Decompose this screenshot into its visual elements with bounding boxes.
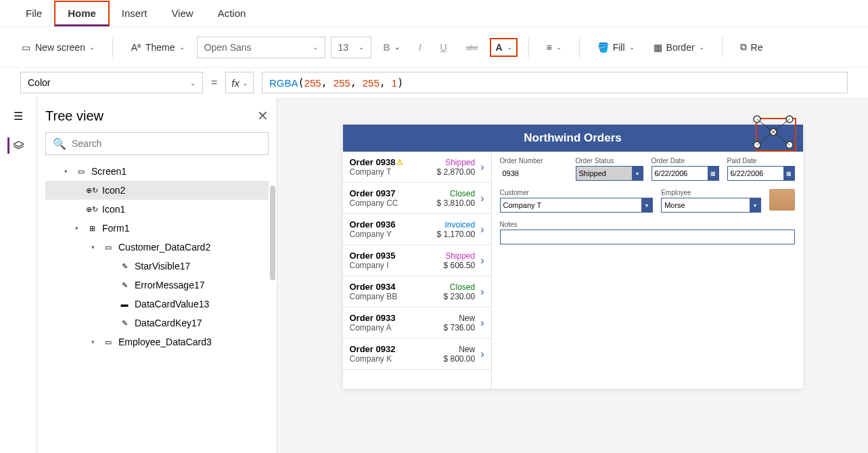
tree-node-errormessage17[interactable]: ✎ErrorMessage17 (45, 276, 269, 295)
status-select[interactable]: Shipped▾ (576, 166, 643, 181)
label-icon: ✎ (118, 261, 131, 271)
selection-handles[interactable] (756, 118, 796, 152)
new-screen-button[interactable]: ▭ New screen ⌄ (14, 38, 101, 57)
card-icon: ▭ (102, 337, 114, 347)
order-amount: $ 736.00 (443, 323, 475, 332)
input-icon: ▬ (118, 299, 131, 309)
calendar-icon: ▦ (708, 166, 718, 181)
tree-search[interactable]: 🔍 (45, 132, 269, 155)
fx-button[interactable]: fx⌄ (225, 72, 254, 93)
app-header: Northwind Orders (343, 125, 803, 152)
calendar-icon: ▦ (783, 166, 794, 181)
order-item[interactable]: Order 0935Company IShipped$ 606.50› (343, 245, 491, 276)
svg-line-6 (757, 119, 790, 145)
tree-node-icon2[interactable]: ⊕↻Icon2 (45, 181, 269, 200)
separator (112, 37, 113, 58)
menu-view[interactable]: View (159, 2, 205, 24)
order-amount: $ 3,810.00 (436, 198, 475, 208)
tree-node-icon1[interactable]: ⊕↻Icon1 (45, 200, 269, 219)
order-num: Order 0937 (350, 188, 437, 198)
bold-button[interactable]: B⌄ (377, 38, 407, 57)
chevron-down-icon: ▾ (641, 198, 652, 213)
font-size-value: 13 (338, 42, 349, 53)
svg-point-3 (786, 142, 793, 148)
border-icon: ▦ (654, 42, 662, 53)
property-select[interactable]: Color ⌄ (20, 72, 203, 93)
chevron-down-icon: ⌄ (190, 79, 196, 87)
search-input[interactable] (72, 138, 261, 149)
tree: ▾▭Screen1⊕↻Icon2⊕↻Icon1▾⊞Form1▾▭Customer… (45, 162, 269, 351)
order-company: Company BB (350, 292, 444, 301)
order-item[interactable]: Order 0932Company KNew$ 800.00› (343, 339, 491, 370)
reorder-button[interactable]: ⧉ Re (733, 37, 770, 57)
tree-view-panel: Tree view ✕ 🔍 ▾▭Screen1⊕↻Icon2⊕↻Icon1▾⊞F… (37, 98, 277, 453)
chevron-right-icon: › (480, 348, 484, 360)
order-list[interactable]: Order 0938⚠Company TShipped$ 2,870.00›Or… (343, 152, 492, 389)
order-num: Order 0935 (350, 251, 444, 261)
card-icon: ▭ (102, 242, 114, 252)
chevron-right-icon: › (480, 317, 484, 329)
order-company: Company CC (350, 198, 437, 208)
employee-select[interactable]: Morse▾ (661, 198, 760, 213)
order-amount: $ 606.50 (443, 261, 475, 270)
formula-input[interactable]: RGBA(255, 255, 255, 1) (262, 72, 848, 93)
canvas[interactable]: Northwind Orders Order 0938⚠Company TShi… (277, 98, 868, 453)
tree-title: Tree view (45, 108, 104, 124)
close-icon[interactable]: ✕ (257, 108, 269, 124)
chevron-down-icon: ▾ (750, 198, 760, 213)
fill-button[interactable]: 🪣 Fill ⌄ (591, 38, 641, 57)
tree-node-datacardvalue13[interactable]: ▬DataCardValue13 (45, 295, 269, 314)
tree-node-employee_datacard3[interactable]: ▾▭Employee_DataCard3 (45, 332, 269, 351)
order-detail: Order Number0938 Order StatusShipped▾ Or… (492, 152, 803, 389)
notes-input[interactable] (500, 230, 795, 244)
tree-node-starvisible17[interactable]: ✎StarVisible17 (45, 257, 269, 276)
hamburger-icon[interactable]: ☰ (10, 108, 26, 124)
order-status: Shipped (436, 158, 475, 167)
menu-action[interactable]: Action (206, 2, 258, 24)
strike-button[interactable]: abc (459, 39, 485, 56)
underline-button[interactable]: U (434, 38, 454, 57)
order-item[interactable]: Order 0936Company YInvoiced$ 1,170.00› (343, 214, 491, 245)
customer-select[interactable]: Company T▾ (500, 198, 654, 213)
label-status: Order Status (576, 157, 643, 165)
order-item[interactable]: Order 0938⚠Company TShipped$ 2,870.00› (343, 152, 491, 183)
label-icon: ✎ (118, 280, 131, 290)
chevron-down-icon: ⌄ (89, 43, 95, 51)
menu-home[interactable]: Home (54, 1, 110, 26)
menu-file[interactable]: File (14, 2, 54, 24)
italic-button[interactable]: I (412, 38, 428, 57)
formula-bar: Color ⌄ = fx⌄ RGBA(255, 255, 255, 1) (0, 68, 868, 98)
caret-icon: ▾ (64, 168, 71, 175)
caret-icon: ▾ (91, 339, 98, 345)
menu-insert[interactable]: Insert (110, 2, 160, 24)
app-title: Northwind Orders (524, 131, 622, 145)
search-icon: 🔍 (53, 137, 66, 150)
tree-node-label: Icon1 (102, 204, 125, 215)
chevron-down-icon: ⌄ (359, 43, 364, 51)
orderdate-input[interactable]: 6/22/2006▦ (652, 166, 719, 181)
tree-node-customer_datacard2[interactable]: ▾▭Customer_DataCard2 (45, 238, 269, 257)
label-employee: Employee (661, 189, 760, 196)
font-color-button[interactable]: A⌄ (490, 38, 517, 57)
theme-button[interactable]: Aª Theme ⌄ (124, 38, 191, 57)
layers-icon[interactable] (7, 137, 24, 154)
caret-icon: ▾ (91, 244, 98, 251)
tree-node-label: ErrorMessage17 (135, 280, 205, 290)
scrollbar[interactable] (270, 186, 275, 280)
order-item[interactable]: Order 0933Company ANew$ 736.00› (343, 307, 491, 339)
font-name-select[interactable]: Open Sans ⌄ (197, 37, 325, 58)
paiddate-input[interactable]: 6/22/2006▦ (727, 166, 795, 181)
order-amount: $ 1,170.00 (436, 230, 475, 239)
order-item[interactable]: Order 0937Company CCClosed$ 3,810.00› (343, 183, 491, 214)
reorder-icon: ⧉ (740, 41, 747, 53)
warning-icon: ⚠ (396, 158, 403, 167)
align-button[interactable]: ≡⌄ (540, 38, 568, 57)
tree-node-datacardkey17[interactable]: ✎DataCardKey17 (45, 314, 269, 332)
order-item[interactable]: Order 0934Company BBClosed$ 230.00› (343, 276, 491, 307)
order-company: Company A (350, 323, 444, 332)
employee-avatar (769, 189, 795, 211)
tree-node-form1[interactable]: ▾⊞Form1 (45, 219, 269, 238)
border-button[interactable]: ▦ Border ⌄ (647, 38, 711, 57)
font-size-select[interactable]: 13 ⌄ (331, 37, 371, 58)
tree-node-screen1[interactable]: ▾▭Screen1 (45, 162, 269, 181)
